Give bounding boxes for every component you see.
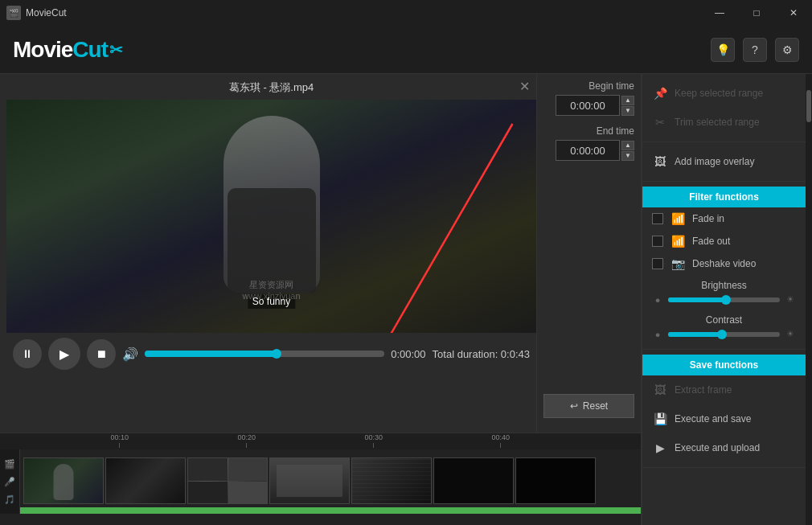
begin-time-input-row: ▲ ▼ <box>543 95 634 116</box>
thumbnail-4 <box>269 457 350 504</box>
reset-label: Reset <box>583 400 608 412</box>
end-time-input-row: ▲ ▼ <box>543 140 634 161</box>
execute-save-label: Execute and save <box>675 413 751 425</box>
current-time: 0:00:00 <box>391 348 425 360</box>
thumbnail-6 <box>433 457 514 504</box>
app-icon: 🎬 <box>6 6 21 20</box>
end-time-input[interactable] <box>556 140 620 161</box>
video-background: So funny 星资资源网www.xinziyuan <box>6 100 536 333</box>
trim-range-button[interactable]: ✂ Trim selected range <box>642 108 806 137</box>
track-controls: 🎬 🎤 🎵 <box>0 449 20 514</box>
contrast-high-icon: ☀ <box>785 329 796 339</box>
upload-icon: ▶ <box>652 441 668 454</box>
scroll-thumb[interactable] <box>806 90 811 122</box>
keep-range-button[interactable]: 📌 Keep selected range <box>642 79 806 108</box>
ruler-label-20: 00:20 <box>237 433 256 441</box>
bulb-icon-button[interactable]: 💡 <box>711 38 735 62</box>
volume-icon[interactable]: 🔊 <box>122 347 138 362</box>
fade-in-checkbox[interactable] <box>652 213 663 224</box>
keep-range-label: Keep selected range <box>675 88 763 99</box>
deshake-icon: 📷 <box>670 257 686 270</box>
contrast-slider-row: ● ☀ <box>652 329 796 339</box>
audio-track-icon[interactable]: 🎤 <box>2 474 17 489</box>
maximize-button[interactable]: □ <box>738 0 775 26</box>
brightness-low-icon: ● <box>652 295 663 305</box>
scrollbar[interactable] <box>806 74 812 525</box>
deshake-item: 📷 Deshake video <box>642 252 806 275</box>
pause-button[interactable]: ⏸ <box>13 339 42 368</box>
scissors-icon: ✂ <box>652 116 668 129</box>
ruler-tick-30 <box>373 443 374 448</box>
minimize-button[interactable]: — <box>701 0 738 26</box>
reset-button[interactable]: ↩ Reset <box>543 394 634 418</box>
deshake-checkbox[interactable] <box>652 258 663 269</box>
end-time-up[interactable]: ▲ <box>621 141 634 150</box>
begin-time-spinners: ▲ ▼ <box>621 96 634 116</box>
progress-handle[interactable] <box>272 349 281 359</box>
app-header: MovieCut✂ 💡 ? ⚙ <box>0 26 812 74</box>
selection-bar <box>20 507 641 514</box>
settings-icon-button[interactable]: ⚙ <box>775 38 799 62</box>
fade-out-icon: 📶 <box>670 235 686 248</box>
begin-time-up[interactable]: ▲ <box>621 96 634 105</box>
brightness-fill <box>668 297 726 302</box>
progress-bar[interactable] <box>145 351 384 357</box>
thumbnail-3 <box>187 457 268 504</box>
end-time-label: End time <box>543 125 634 137</box>
stop-button[interactable]: ⏹ <box>87 339 116 368</box>
ruler-mark-40: 00:40 <box>491 433 510 448</box>
ruler-mark-30: 00:30 <box>364 433 383 448</box>
play-button[interactable]: ▶ <box>48 338 80 370</box>
execute-upload-button[interactable]: ▶ Execute and upload <box>642 433 806 462</box>
help-icon-button[interactable]: ? <box>743 38 767 62</box>
contrast-label: Contrast <box>652 314 796 326</box>
brightness-label: Brightness <box>652 280 796 291</box>
timing-panel: Begin time ▲ ▼ End time ▲ <box>536 74 641 433</box>
close-button[interactable]: ✕ <box>775 0 812 26</box>
ruler-tick-40 <box>500 443 501 448</box>
end-time-field: End time ▲ ▼ <box>543 125 634 161</box>
music-track-icon[interactable]: 🎵 <box>2 492 17 507</box>
fade-in-label: Fade in <box>692 213 724 224</box>
extract-frame-button[interactable]: 🖼 Extract frame <box>642 375 806 404</box>
content-area: 葛东琪 - 悬溺.mp4 ✕ So funny 星资资源网www. <box>0 74 641 525</box>
begin-time-input[interactable] <box>556 95 620 116</box>
pin-icon: 📌 <box>652 87 668 100</box>
fade-in-icon: 📶 <box>670 212 686 225</box>
right-sidebar: 📌 Keep selected range ✂ Trim selected ra… <box>641 74 806 525</box>
add-overlay-label: Add image overlay <box>675 156 754 167</box>
video-track-icon[interactable]: 🎬 <box>2 457 17 471</box>
begin-time-field: Begin time ▲ ▼ <box>543 80 634 116</box>
brightness-slider[interactable] <box>668 297 780 302</box>
contrast-handle[interactable] <box>717 330 727 339</box>
video-close-button[interactable]: ✕ <box>519 79 530 94</box>
window-controls: — □ ✕ <box>701 0 812 26</box>
extract-frame-label: Extract frame <box>675 384 732 396</box>
begin-time-down[interactable]: ▼ <box>621 106 634 116</box>
add-overlay-button[interactable]: 🖼 Add image overlay <box>642 147 806 176</box>
range-section: 📌 Keep selected range ✂ Trim selected ra… <box>642 74 806 142</box>
video-section: 葛东琪 - 悬溺.mp4 ✕ So funny 星资资源网www. <box>0 74 641 433</box>
logo-movie: Movie <box>13 37 72 63</box>
image-icon: 🖼 <box>652 155 668 168</box>
brightness-slider-row: ● ☀ <box>652 294 796 305</box>
video-jacket <box>228 188 316 293</box>
progress-fill <box>145 351 277 357</box>
end-time-down[interactable]: ▼ <box>621 151 634 161</box>
extract-icon: 🖼 <box>652 383 668 396</box>
brightness-handle[interactable] <box>721 295 731 305</box>
ruler-label-30: 00:30 <box>364 433 383 441</box>
contrast-slider[interactable] <box>668 332 780 337</box>
video-display: So funny 星资资源网www.xinziyuan <box>6 100 536 333</box>
thumbnail-2 <box>105 457 186 504</box>
logo-cut: Cut <box>72 37 108 63</box>
total-duration: Total duration: 0:0:43 <box>433 348 530 360</box>
fade-out-checkbox[interactable] <box>652 236 663 247</box>
execute-save-button[interactable]: 💾 Execute and save <box>642 404 806 433</box>
filter-header: Filter functions <box>642 187 806 207</box>
ruler-tick-10 <box>119 443 120 448</box>
fade-out-label: Fade out <box>692 236 730 247</box>
ruler-mark-10: 00:10 <box>110 433 129 448</box>
fade-out-item: 📶 Fade out <box>642 230 806 252</box>
thumbnail-5 <box>351 457 432 504</box>
